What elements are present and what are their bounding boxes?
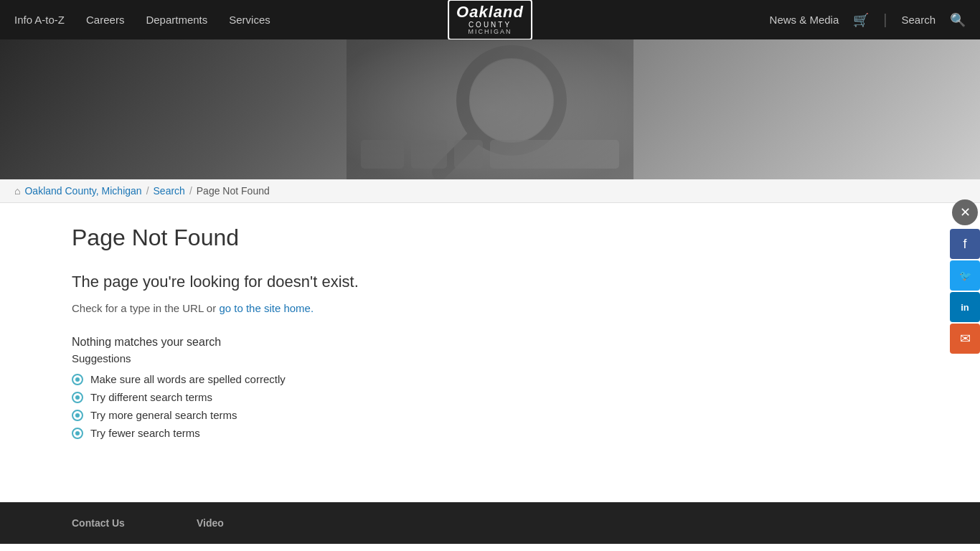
search-icon[interactable]: 🔍 (950, 12, 966, 28)
suggestions-label: Suggestions (72, 352, 789, 364)
list-item: Try different search terms (72, 391, 789, 403)
nothing-matches: Nothing matches your search (72, 336, 789, 349)
main-content: Page Not Found The page you're looking f… (0, 203, 861, 474)
svg-rect-5 (361, 140, 404, 169)
nav-careers[interactable]: Careers (86, 14, 124, 26)
nav-right: News & Media 🛒 | Search 🔍 (770, 11, 966, 28)
facebook-icon: f (963, 237, 966, 252)
nav-left: Info A-to-Z Careers Departments Services (14, 14, 270, 26)
email-share-button[interactable]: ✉ (950, 324, 980, 354)
footer-col-1: Contact Us (72, 517, 125, 529)
linkedin-icon: in (961, 302, 969, 313)
breadcrumb: ⌂ Oakland County, Michigan / Search / Pa… (0, 179, 980, 203)
cart-icon[interactable]: 🛒 (853, 12, 869, 28)
svg-point-3 (470, 59, 553, 142)
facebook-share-button[interactable]: f (950, 229, 980, 259)
home-icon[interactable]: ⌂ (14, 185, 20, 197)
nav-divider: | (883, 11, 887, 28)
bullet-icon (72, 410, 83, 421)
nav-news-media[interactable]: News & Media (770, 14, 839, 26)
site-home-link[interactable]: go to the site home. (219, 302, 314, 314)
email-icon: ✉ (960, 331, 971, 347)
nav-info-a-to-z[interactable]: Info A-to-Z (14, 14, 65, 26)
footer-contact-link[interactable]: Contact Us (72, 517, 125, 529)
social-close-button[interactable]: ✕ (952, 199, 978, 225)
check-url-text: Check for a type in the URL or go to the… (72, 302, 789, 314)
breadcrumb-search-link[interactable]: Search (154, 185, 185, 197)
svg-rect-8 (490, 140, 619, 169)
breadcrumb-current: Page Not Found (197, 185, 270, 197)
error-message: The page you're looking for doesn't exis… (72, 273, 789, 291)
linkedin-share-button[interactable]: in (950, 292, 980, 322)
hero-magnifier-svg (347, 39, 633, 179)
svg-rect-7 (454, 140, 483, 169)
logo-oakland: Oakland (456, 4, 524, 21)
bullet-icon (72, 428, 83, 439)
twitter-icon: 🐦 (959, 270, 971, 281)
nav-services[interactable]: Services (229, 14, 270, 26)
hero-banner (0, 39, 980, 179)
breadcrumb-sep-1: / (146, 185, 149, 197)
list-item: Make sure all words are spelled correctl… (72, 373, 789, 385)
suggestion-1: Make sure all words are spelled correctl… (90, 373, 286, 385)
breadcrumb-home-link[interactable]: Oakland County, Michigan (24, 185, 141, 197)
footer-video-link[interactable]: Video (197, 517, 224, 529)
close-icon: ✕ (960, 204, 971, 220)
nav-departments[interactable]: Departments (146, 14, 207, 26)
twitter-share-button[interactable]: 🐦 (950, 260, 980, 291)
suggestion-3: Try more general search terms (90, 409, 237, 421)
suggestion-2: Try different search terms (90, 391, 212, 403)
site-header: Info A-to-Z Careers Departments Services… (0, 0, 980, 39)
social-sidebar: ✕ f 🐦 in ✉ (950, 197, 980, 354)
nav-search-link[interactable]: Search (901, 14, 936, 26)
page-title: Page Not Found (72, 225, 789, 251)
suggestions-list: Make sure all words are spelled correctl… (72, 373, 789, 439)
bullet-icon (72, 374, 83, 385)
logo-michigan: Michigan (468, 29, 512, 36)
svg-rect-6 (411, 140, 447, 169)
breadcrumb-sep-2: / (189, 185, 192, 197)
footer-col-2: Video (197, 517, 224, 529)
site-footer: Contact Us Video (0, 502, 980, 544)
list-item: Try fewer search terms (72, 427, 789, 439)
site-logo[interactable]: Oakland County Michigan (448, 0, 532, 40)
bullet-icon (72, 392, 83, 403)
check-url-prefix: Check for a type in the URL or (72, 302, 219, 314)
suggestion-4: Try fewer search terms (90, 427, 200, 439)
list-item: Try more general search terms (72, 409, 789, 421)
